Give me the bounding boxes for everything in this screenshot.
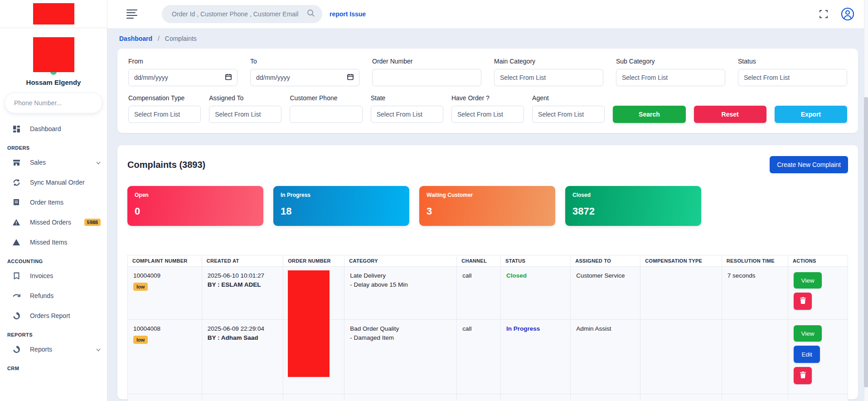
sidebar-item-orders-report[interactable]: Orders Report — [0, 306, 107, 326]
summary-value: 18 — [281, 205, 402, 217]
compensation-type-select[interactable]: Select From List — [128, 106, 201, 123]
order-number-input[interactable] — [372, 69, 481, 86]
search-input[interactable] — [172, 10, 307, 18]
sidebar-item-label: Refunds — [30, 292, 53, 299]
global-search-input[interactable] — [162, 5, 322, 23]
main-category-select[interactable]: Select From List — [494, 69, 603, 86]
summary-card-waiting-customer: Waiting Customer 3 — [419, 186, 555, 226]
breadcrumb-separator: / — [158, 35, 160, 42]
search-button[interactable]: Search — [613, 106, 685, 123]
select-value: Select From List — [538, 111, 584, 118]
breadcrumb-dashboard-link[interactable]: Dashboard — [119, 35, 152, 42]
date-value: dd/mm/yyyy — [256, 74, 290, 81]
to-date-input[interactable]: dd/mm/yyyy — [250, 69, 359, 86]
edit-button[interactable]: Edit — [794, 346, 820, 363]
col-created-at: CREATED AT — [202, 255, 283, 267]
scrollbar-thumb[interactable] — [864, 97, 868, 387]
breadcrumb-current: Complaints — [165, 35, 197, 42]
view-button[interactable]: View — [794, 272, 822, 289]
avatar — [33, 37, 74, 72]
sidebar-nav: Dashboard ORDERS Sales — [0, 119, 107, 373]
state-select[interactable]: Select From List — [371, 106, 443, 123]
select-value: Select From List — [622, 74, 668, 81]
summary-card-closed: Closed 3872 — [565, 186, 701, 226]
table-row: 10004009 low 2025-06-10 10:01:27 BY : ES… — [128, 267, 848, 320]
delete-button[interactable] — [794, 367, 812, 384]
filter-label: Customer Phone — [290, 94, 362, 102]
select-value: Select From List — [377, 111, 422, 118]
menu-icon[interactable] — [126, 8, 137, 20]
complaint-number: 10004009 — [133, 272, 196, 279]
view-button[interactable]: View — [794, 325, 822, 342]
assigned-to: Admin Assist — [576, 325, 611, 332]
avatar-image — [33, 37, 74, 72]
filter-compensation-type: Compensation Type Select From List — [128, 94, 201, 123]
export-button[interactable]: Export — [775, 106, 847, 123]
phone-input-placeholder: Phone Number... — [14, 99, 62, 107]
sidebar-item-invoices[interactable]: Invoices — [0, 266, 107, 286]
report-icon — [12, 345, 21, 354]
sidebar-item-dashboard[interactable]: Dashboard — [0, 119, 107, 139]
chevron-down-icon — [96, 345, 101, 353]
from-date-input[interactable]: dd/mm/yyyy — [128, 69, 238, 86]
user-profile: Hossam Elgendy Phone Number... — [0, 28, 107, 113]
sidebar-item-missed-items[interactable]: Missed Items — [0, 232, 107, 252]
filter-sub-category: Sub Category Select From List — [616, 58, 725, 86]
filter-main-category: Main Category Select From List — [494, 58, 603, 86]
sub-category-select[interactable]: Select From List — [616, 69, 725, 86]
filter-label: Main Category — [494, 58, 603, 65]
missed-orders-badge: 5988 — [84, 219, 101, 226]
filter-state: State Select From List — [371, 94, 443, 123]
sidebar-item-order-items[interactable]: Order Items — [0, 192, 107, 212]
filter-status: Status Select From List — [738, 58, 847, 86]
filter-customer-phone: Customer Phone — [290, 94, 362, 123]
filter-label: Have Order ? — [451, 94, 524, 102]
sidebar-item-sales[interactable]: Sales — [0, 152, 107, 172]
filter-agent: Agent Select From List — [532, 94, 605, 123]
select-value: Select From List — [134, 111, 180, 118]
filter-order-number: Order Number — [372, 58, 481, 86]
col-status: STATUS — [501, 255, 571, 267]
user-menu-icon[interactable] — [841, 7, 854, 21]
col-complaint-number: COMPLAINT NUMBER — [128, 255, 202, 267]
sidebar-item-sync-manual-order[interactable]: Sync Manual Order — [0, 172, 107, 192]
summary-cards: Open 0 In Progress 18 Waiting Customer 3… — [127, 186, 848, 226]
topbar: report Issue — [107, 0, 868, 28]
status-badge: Closed — [506, 272, 527, 279]
fullscreen-icon[interactable] — [819, 10, 828, 19]
logo-image[interactable] — [33, 3, 74, 24]
filter-label: Agent — [532, 94, 605, 102]
calendar-icon[interactable] — [225, 73, 232, 82]
sidebar-section-accounting: ACCOUNTING — [0, 252, 107, 266]
main-area: report Issue Dashboard / Complaints — [107, 0, 868, 401]
sidebar: Hossam Elgendy Phone Number... Dashboard… — [0, 0, 107, 401]
select-value: Select From List — [500, 74, 546, 81]
sidebar-item-label: Reports — [30, 346, 52, 353]
sidebar-item-missed-orders[interactable]: Missed Orders 5988 — [0, 212, 107, 232]
phone-input[interactable]: Phone Number... — [5, 93, 102, 113]
sidebar-item-reports[interactable]: Reports — [0, 339, 107, 359]
assigned-to: Customer Service — [576, 272, 625, 279]
delete-button[interactable] — [794, 293, 812, 310]
col-resolution-time: RESOLUTION TIME — [722, 255, 788, 267]
calendar-icon[interactable] — [347, 73, 354, 82]
sidebar-item-refunds[interactable]: Refunds — [0, 286, 107, 306]
select-value: Select From List — [457, 111, 503, 118]
filter-from: From dd/mm/yyyy — [128, 58, 238, 86]
have-order-select[interactable]: Select From List — [451, 106, 524, 123]
create-new-complaint-button[interactable]: Create New Complaint — [770, 156, 848, 173]
customer-phone-input[interactable] — [290, 106, 362, 123]
filter-label: Compensation Type — [128, 94, 201, 102]
assigned-to-select[interactable]: Select From List — [209, 106, 281, 123]
summary-card-open: Open 0 — [127, 186, 263, 226]
filter-label: Assigned To — [209, 94, 281, 102]
col-category: CATEGORY — [344, 255, 457, 267]
agent-select[interactable]: Select From List — [532, 106, 605, 123]
priority-badge: low — [133, 283, 148, 291]
summary-value: 3 — [427, 205, 548, 217]
report-issue-link[interactable]: report Issue — [330, 10, 366, 18]
reset-button[interactable]: Reset — [694, 106, 766, 123]
filter-label: From — [128, 58, 238, 65]
created-by: BY : ESLAM ADEL — [208, 281, 278, 288]
status-select[interactable]: Select From List — [738, 69, 847, 86]
